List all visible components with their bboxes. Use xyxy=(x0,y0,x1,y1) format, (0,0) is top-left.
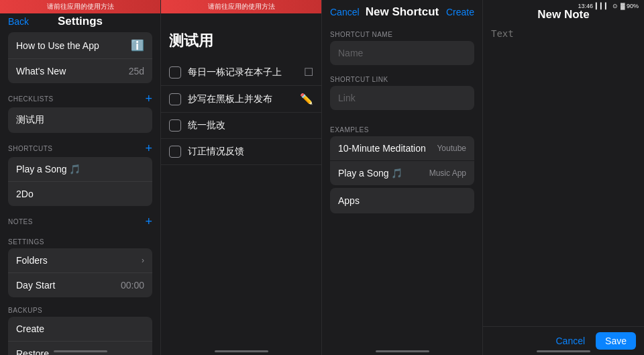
shortcut-form: SHORTCUT NAME SHORTCUT LINK xyxy=(322,23,482,113)
settings-title: Settings xyxy=(58,15,103,28)
home-indicator-3 xyxy=(376,350,429,352)
home-indicator-4 xyxy=(537,350,590,352)
backup-create-row[interactable]: Create xyxy=(8,317,152,342)
wifi-icon: ⊙ xyxy=(612,3,618,9)
settings-panel: 请前往应用的使用方法 Back Settings How to Use the … xyxy=(0,0,161,355)
note-title: New Note xyxy=(537,8,589,21)
checkbox-3[interactable] xyxy=(169,146,181,158)
signal-icon: ▎▎▎ xyxy=(596,3,610,9)
checklists-group: 测试用 xyxy=(8,107,152,133)
p2-spacer xyxy=(161,13,321,26)
checklists-section-header: CHECKLISTS + xyxy=(0,85,160,107)
shortcut-playsong-row[interactable]: Play a Song 🎵 xyxy=(8,157,152,182)
checklist-testuse-row[interactable]: 测试用 xyxy=(8,107,152,133)
notes-section-header: NOTES + xyxy=(0,207,160,230)
settings-navbar: Back Settings xyxy=(0,13,160,32)
example-item-0[interactable]: 10-Minute Meditation Youtube xyxy=(330,136,474,160)
examples-list: 10-Minute Meditation Youtube Play a Song… xyxy=(322,136,482,185)
checklist-title: 测试用 xyxy=(161,26,321,59)
info-group: How to Use the App ℹ️ What's New 25d xyxy=(8,32,152,83)
shortcut-name-input[interactable] xyxy=(330,41,474,65)
shortcut-create-button[interactable]: Create xyxy=(446,7,474,17)
shortcut-title: New Shortcut xyxy=(366,5,439,19)
folders-chevron-icon: › xyxy=(142,256,144,265)
check-item-1[interactable]: 抄写在黑板上并发布 ✏️ xyxy=(161,86,321,113)
item1-edit-icon: ✏️ xyxy=(300,93,313,105)
battery-icon: ▓ 90% xyxy=(621,3,639,9)
check-item-2[interactable]: 统一批改 xyxy=(161,113,321,139)
checkbox-1[interactable] xyxy=(169,93,181,105)
note-navbar: New Note xyxy=(483,12,644,20)
daystart-row[interactable]: Day Start 00:00 xyxy=(8,273,152,297)
examples-section: EXAMPLES 10-Minute Meditation Youtube Pl… xyxy=(322,118,482,213)
whats-new-row[interactable]: What's New 25d xyxy=(8,59,152,83)
home-indicator-2 xyxy=(215,350,268,352)
settings-group: Folders › Day Start 00:00 xyxy=(8,248,152,297)
shortcut-2do-row[interactable]: 2Do xyxy=(8,182,152,206)
banner-1: 请前往应用的使用方法 xyxy=(0,0,160,13)
how-to-use-row[interactable]: How to Use the App ℹ️ xyxy=(8,32,152,59)
back-button[interactable]: Back xyxy=(8,16,29,27)
item0-action-icon: ☐ xyxy=(304,66,313,79)
home-indicator-1 xyxy=(54,350,107,352)
apps-item[interactable]: Apps xyxy=(330,188,474,213)
checkbox-2[interactable] xyxy=(169,119,181,132)
shortcut-cancel-button[interactable]: Cancel xyxy=(330,7,360,17)
folders-row[interactable]: Folders › xyxy=(8,248,152,273)
shortcut-name-label: SHORTCUT NAME xyxy=(322,23,482,41)
backups-section-label: BACKUPS xyxy=(0,299,160,317)
add-shortcut-button[interactable]: + xyxy=(145,142,152,154)
check-item-3[interactable]: 订正情况反馈 xyxy=(161,139,321,165)
checklist-panel: 请前往应用的使用方法 测试用 每日一栋记录在本子上 ☐ 抄写在黑板上并发布 ✏️… xyxy=(161,0,322,355)
check-item-0[interactable]: 每日一栋记录在本子上 ☐ xyxy=(161,59,321,86)
settings-content: How to Use the App ℹ️ What's New 25d CHE… xyxy=(0,32,160,355)
add-note-button[interactable]: + xyxy=(145,215,152,227)
shortcut-link-input[interactable] xyxy=(330,86,474,110)
info-icon: ℹ️ xyxy=(131,39,144,52)
note-text-input[interactable] xyxy=(483,20,644,289)
backup-restore-row[interactable]: Restore xyxy=(8,342,152,355)
backups-group: Create Restore Auto Backup 13 May, Mon 1… xyxy=(8,317,152,355)
new-note-panel: 13:46 ▎▎▎ ⊙ ▓ 90% New Note Cancel Save xyxy=(483,0,644,355)
checkbox-0[interactable] xyxy=(169,66,181,79)
shortcuts-group: Play a Song 🎵 2Do xyxy=(8,157,152,206)
checklist-items: 每日一栋记录在本子上 ☐ 抄写在黑板上并发布 ✏️ 统一批改 订正情况反馈 xyxy=(161,59,321,165)
new-shortcut-panel: Cancel New Shortcut Create SHORTCUT NAME… xyxy=(322,0,483,355)
examples-label: EXAMPLES xyxy=(322,118,482,136)
example-item-1[interactable]: Play a Song 🎵 Music App xyxy=(330,161,474,185)
settings-section-label: SETTINGS xyxy=(0,230,160,248)
shortcut-navbar: Cancel New Shortcut Create xyxy=(322,4,482,23)
banner-2: 请前往应用的使用方法 xyxy=(161,0,321,13)
note-cancel-button[interactable]: Cancel xyxy=(550,333,590,349)
shortcuts-section-header: SHORTCUTS + xyxy=(0,134,160,157)
note-save-button[interactable]: Save xyxy=(596,332,636,350)
shortcut-link-label: SHORTCUT LINK xyxy=(322,68,482,86)
add-checklist-button[interactable]: + xyxy=(145,93,152,105)
